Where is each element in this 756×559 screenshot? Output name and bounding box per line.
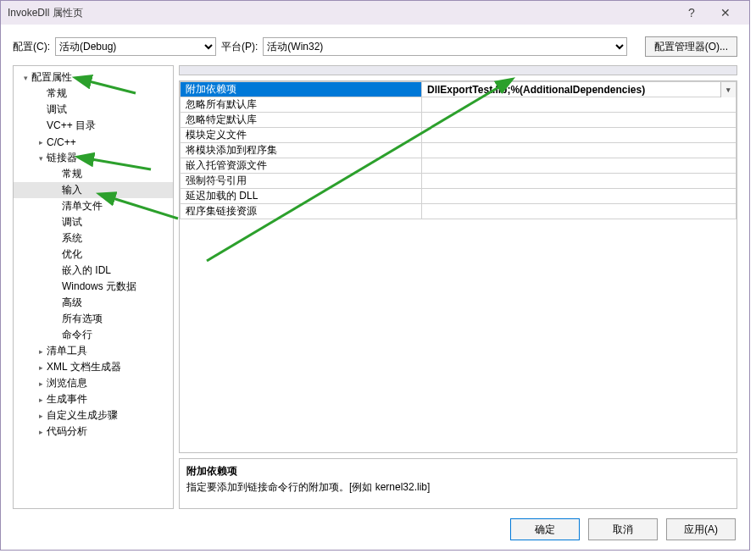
property-value[interactable]: [422, 143, 737, 158]
content-area: ▾配置属性常规调试VC++ 目录▸C/C++▾链接器常规输入清单文件调试系统优化…: [1, 65, 749, 509]
tree-item[interactable]: ▾配置属性: [14, 69, 173, 86]
expand-icon[interactable]: ▸: [36, 396, 46, 404]
expand-icon[interactable]: ▸: [36, 428, 46, 436]
property-row[interactable]: 将模块添加到程序集: [181, 143, 737, 158]
property-row[interactable]: 延迟加载的 DLL: [181, 189, 737, 204]
property-value[interactable]: [422, 113, 737, 128]
property-name: 程序集链接资源: [181, 204, 422, 219]
property-value[interactable]: [422, 128, 737, 143]
collapse-icon[interactable]: ▾: [20, 74, 31, 82]
expand-icon[interactable]: ▸: [36, 412, 46, 420]
expand-icon[interactable]: ▸: [36, 379, 46, 388]
property-grid[interactable]: 附加依赖项DllExportTest.lib;%(AdditionalDepen…: [179, 80, 737, 453]
tree-item[interactable]: 输入: [14, 182, 173, 198]
close-button[interactable]: ✕: [709, 1, 742, 25]
tree-item-label: 常规: [62, 167, 82, 181]
property-name: 忽略特定默认库: [181, 113, 422, 128]
tree-item[interactable]: ▸浏览信息: [14, 375, 173, 391]
property-value[interactable]: [422, 158, 737, 174]
tree-item-label: XML 文档生成器: [47, 360, 121, 374]
expand-icon[interactable]: ▸: [36, 138, 46, 147]
expand-icon[interactable]: ▸: [36, 347, 46, 356]
tree-item[interactable]: 常规: [14, 166, 173, 182]
tree-item-label: 常规: [47, 86, 67, 101]
property-value[interactable]: DllExportTest.lib;%(AdditionalDependenci…: [422, 82, 737, 97]
config-select[interactable]: 活动(Debug): [55, 37, 216, 56]
tree-item-label: 优化: [62, 247, 82, 262]
property-page-dialog: InvokeDll 属性页 ? ✕ 配置(C): 活动(Debug) 平台(P)…: [0, 0, 750, 551]
property-name: 将模块添加到程序集: [181, 143, 422, 158]
tree-item[interactable]: ▸XML 文档生成器: [14, 359, 173, 375]
help-button[interactable]: ?: [675, 1, 709, 25]
collapse-icon[interactable]: ▾: [36, 154, 46, 163]
property-value[interactable]: [422, 204, 737, 219]
property-row[interactable]: 程序集链接资源: [181, 204, 737, 219]
property-name: 强制符号引用: [181, 174, 422, 189]
apply-button[interactable]: 应用(A): [666, 518, 736, 540]
tree-item[interactable]: 清单文件: [14, 198, 173, 214]
property-row[interactable]: 强制符号引用: [181, 174, 737, 189]
tree-item-label: VC++ 目录: [47, 119, 96, 133]
description-title: 附加依赖项: [186, 464, 730, 479]
tree-item-label: 清单工具: [47, 344, 87, 358]
tree-item-label: 高级: [62, 296, 82, 310]
tree-item[interactable]: ▸清单工具: [14, 343, 173, 359]
property-row[interactable]: 忽略特定默认库: [181, 113, 737, 128]
tree-item[interactable]: 调试: [14, 214, 173, 230]
property-name: 附加依赖项: [181, 82, 422, 97]
button-bar: 确定 取消 应用(A): [1, 509, 749, 550]
tree-item-label: 输入: [62, 183, 82, 197]
platform-label: 平台(P):: [221, 40, 258, 54]
tree-item[interactable]: 优化: [14, 246, 173, 263]
property-name: 模块定义文件: [181, 128, 422, 143]
config-label: 配置(C):: [13, 40, 50, 54]
tree-item[interactable]: 高级: [14, 295, 173, 311]
tree-item[interactable]: 嵌入的 IDL: [14, 263, 173, 279]
tree-item-label: 链接器: [47, 151, 77, 165]
tree-item[interactable]: ▸C/C++: [14, 134, 173, 150]
tree-item[interactable]: 系统: [14, 230, 173, 246]
tree-item-label: 配置属性: [31, 70, 72, 85]
tree-item[interactable]: ▸生成事件: [14, 391, 173, 407]
dropdown-icon[interactable]: ▾: [720, 82, 736, 97]
property-name: 嵌入托管资源文件: [181, 158, 422, 174]
property-row[interactable]: 附加依赖项DllExportTest.lib;%(AdditionalDepen…: [181, 82, 737, 97]
tree-item-label: 调试: [62, 215, 82, 230]
tree-item-label: 命令行: [62, 328, 92, 342]
property-value[interactable]: [422, 174, 737, 189]
property-row[interactable]: 忽略所有默认库: [181, 97, 737, 113]
description-body: 指定要添加到链接命令行的附加项。[例如 kernel32.lib]: [186, 480, 730, 495]
tree-item[interactable]: 命令行: [14, 327, 173, 343]
property-value[interactable]: [422, 97, 737, 113]
tree-item-label: 嵌入的 IDL: [62, 263, 111, 278]
property-value[interactable]: [422, 189, 737, 204]
property-name: 延迟加载的 DLL: [181, 189, 422, 204]
toolbar: 配置(C): 活动(Debug) 平台(P): 活动(Win32) 配置管理器(…: [1, 25, 749, 65]
tree-item-label: 代码分析: [47, 424, 87, 439]
property-row[interactable]: 模块定义文件: [181, 128, 737, 143]
grid-header-strip: [179, 65, 737, 75]
tree-item-label: C/C++: [47, 136, 76, 148]
ok-button[interactable]: 确定: [510, 518, 580, 540]
expand-icon[interactable]: ▸: [36, 363, 46, 372]
tree-item-label: 自定义生成步骤: [47, 408, 118, 423]
tree-item[interactable]: ▸自定义生成步骤: [14, 407, 173, 423]
category-tree[interactable]: ▾配置属性常规调试VC++ 目录▸C/C++▾链接器常规输入清单文件调试系统优化…: [13, 65, 174, 509]
cancel-button[interactable]: 取消: [588, 518, 658, 540]
property-row[interactable]: 嵌入托管资源文件: [181, 158, 737, 174]
tree-item[interactable]: 常规: [14, 86, 173, 102]
tree-item[interactable]: 所有选项: [14, 311, 173, 327]
property-name: 忽略所有默认库: [181, 97, 422, 113]
tree-item[interactable]: ▾链接器: [14, 150, 173, 166]
tree-item[interactable]: Windows 元数据: [14, 279, 173, 295]
tree-item-label: 调试: [47, 102, 67, 117]
tree-item-label: 生成事件: [47, 392, 87, 407]
right-panel: 附加依赖项DllExportTest.lib;%(AdditionalDepen…: [179, 65, 737, 509]
window-title: InvokeDll 属性页: [8, 6, 83, 20]
description-panel: 附加依赖项 指定要添加到链接命令行的附加项。[例如 kernel32.lib]: [179, 458, 737, 509]
tree-item[interactable]: ▸代码分析: [14, 423, 173, 440]
tree-item[interactable]: 调试: [14, 102, 173, 118]
platform-select[interactable]: 活动(Win32): [263, 37, 627, 56]
tree-item[interactable]: VC++ 目录: [14, 118, 173, 134]
config-manager-button[interactable]: 配置管理器(O)...: [645, 36, 737, 57]
